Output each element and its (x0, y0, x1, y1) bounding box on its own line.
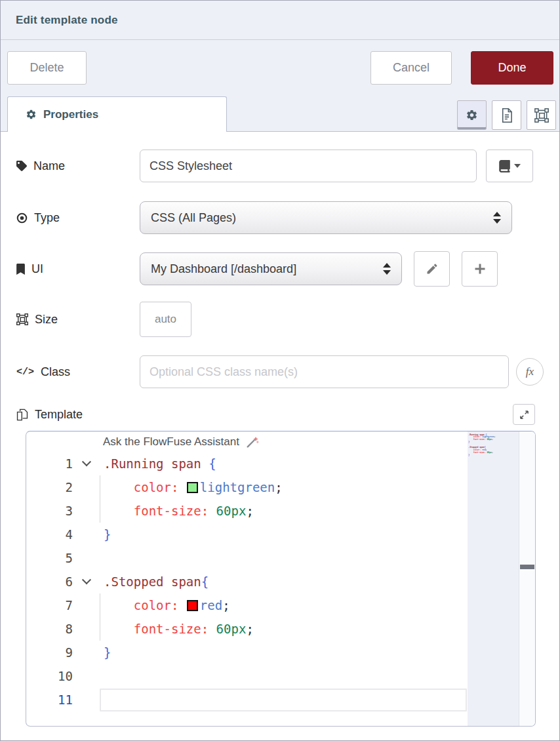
dialog-title: Edit template node (16, 14, 118, 27)
code-line[interactable]: 2 color: lightgreen; (26, 475, 467, 499)
select-spinner-icon (493, 212, 501, 224)
bookmark-icon (16, 264, 25, 275)
assistant-hint[interactable]: Ask the FlowFuse Assistant (26, 431, 535, 452)
fold-icon[interactable] (81, 575, 90, 584)
code-line[interactable]: 3 font-size: 60px; (26, 499, 467, 523)
code-line[interactable]: 8 font-size: 60px; (26, 617, 467, 641)
gear-icon (26, 109, 37, 120)
type-label-text: Type (34, 211, 60, 225)
dot-circle-icon (16, 212, 28, 224)
line-number: 6 (26, 574, 73, 589)
tab-properties[interactable]: Properties (7, 96, 227, 132)
plus-icon (474, 263, 486, 275)
code-line[interactable]: 4} (26, 523, 467, 546)
minimap-content: .Running span { color: lightgreen; font-… (468, 431, 515, 462)
line-number: 4 (26, 527, 73, 542)
fx-label: fx (526, 365, 534, 378)
class-label-text: Class (41, 365, 70, 379)
tab-properties-label: Properties (43, 108, 98, 121)
code-line[interactable]: 10 (26, 664, 467, 688)
name-label: Name (16, 159, 140, 173)
type-select-value: CSS (All Pages) (151, 211, 487, 225)
form-row-name: Name (16, 150, 544, 182)
form-row-template: Template (16, 404, 544, 425)
template-editor[interactable]: Ask the FlowFuse Assistant 1.Running spa… (26, 431, 536, 727)
code-line[interactable]: 1.Running span { (26, 452, 467, 475)
scrollbar-track[interactable] (519, 431, 535, 726)
size-label: Size (16, 313, 140, 327)
fx-badge: fx (516, 358, 544, 386)
magic-wand-icon (245, 435, 260, 449)
template-label: Template (16, 408, 140, 422)
code-lines[interactable]: 1.Running span {2 color: lightgreen;3 fo… (26, 452, 467, 711)
name-label-text: Name (33, 159, 65, 173)
class-label: </> Class (16, 365, 140, 379)
line-number: 8 (26, 622, 73, 636)
properties-pane-button[interactable] (457, 100, 487, 130)
code-line[interactable]: 6.Stopped span{ (26, 570, 467, 593)
add-ui-button[interactable] (462, 251, 498, 287)
type-select[interactable]: CSS (All Pages) (140, 201, 512, 234)
appearance-pane-button[interactable] (527, 100, 556, 130)
book-icon (499, 160, 510, 172)
code-line[interactable]: 5 (26, 546, 467, 570)
color-swatch[interactable] (187, 600, 198, 611)
copy-icon (16, 409, 28, 421)
select-spinner-icon (383, 263, 391, 275)
fold-icon[interactable] (81, 457, 90, 466)
line-number: 10 (26, 669, 73, 683)
appearance-icon (534, 108, 549, 123)
minimap[interactable]: .Running span { color: lightgreen; font-… (468, 431, 519, 726)
form-row-type: Type CSS (All Pages) (16, 201, 544, 234)
line-number: 11 (26, 692, 73, 707)
editor-pane-switcher (457, 100, 556, 130)
properties-form: Name Type CSS (All Pages) (1, 132, 559, 740)
ui-select-value: My Dashboard [/dashboard] (151, 262, 376, 276)
class-input[interactable] (140, 355, 509, 388)
scrollbar-thumb[interactable] (520, 565, 534, 569)
form-row-ui: UI My Dashboard [/dashboard] (16, 251, 544, 287)
ui-select[interactable]: My Dashboard [/dashboard] (140, 252, 402, 285)
template-label-text: Template (35, 408, 83, 422)
code-icon: </> (16, 367, 34, 378)
name-input[interactable] (140, 150, 477, 182)
form-row-class: </> Class fx (16, 355, 544, 389)
dialog-header: Edit template node (1, 1, 559, 40)
tag-icon (16, 161, 27, 171)
dialog-top-section: Edit template node Delete Cancel Done Pr… (1, 1, 559, 132)
type-label: Type (16, 211, 140, 225)
expand-editor-button[interactable] (513, 404, 535, 425)
dialog-button-row: Delete Cancel Done (1, 40, 559, 96)
line-number: 3 (26, 504, 73, 518)
size-auto-button[interactable]: auto (140, 302, 191, 337)
assistant-hint-label: Ask the FlowFuse Assistant (103, 435, 239, 449)
line-number: 9 (26, 645, 73, 660)
line-number: 1 (26, 456, 73, 471)
code-line[interactable]: 11 (26, 688, 467, 711)
code-line[interactable]: 7 color: red; (26, 593, 467, 617)
ui-label-text: UI (31, 262, 43, 276)
description-pane-button[interactable] (492, 100, 521, 130)
size-label-text: Size (35, 313, 58, 327)
line-number: 5 (26, 551, 73, 565)
code-line[interactable]: 9} (26, 641, 467, 664)
cancel-button[interactable]: Cancel (370, 51, 452, 85)
color-swatch[interactable] (187, 482, 198, 493)
tab-row: Properties (1, 96, 559, 132)
done-button[interactable]: Done (471, 51, 553, 85)
line-number: 2 (26, 480, 73, 494)
input-type-button[interactable] (486, 150, 533, 182)
ui-label: UI (16, 262, 140, 276)
pencil-icon (426, 262, 439, 275)
form-row-size: Size auto (16, 302, 544, 337)
gear-icon (466, 109, 478, 121)
edit-ui-button[interactable] (414, 251, 450, 287)
size-icon (16, 313, 28, 325)
line-number: 7 (26, 598, 73, 612)
expand-icon (519, 410, 529, 420)
edit-template-dialog: Edit template node Delete Cancel Done Pr… (0, 0, 560, 741)
delete-button[interactable]: Delete (7, 51, 87, 85)
caret-down-icon (514, 164, 521, 168)
document-icon (500, 108, 513, 123)
